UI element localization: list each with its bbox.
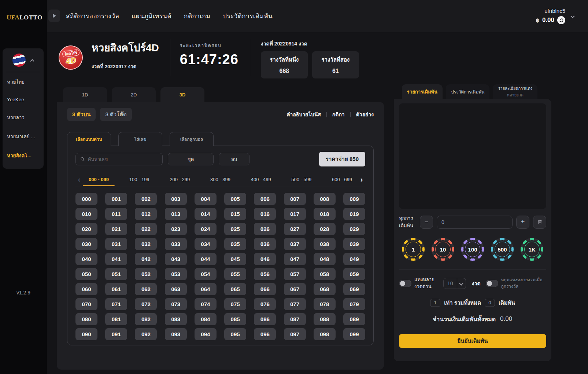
- number-cell[interactable]: 019: [343, 208, 365, 220]
- number-cell[interactable]: 081: [105, 313, 127, 325]
- number-cell[interactable]: 072: [135, 298, 157, 310]
- number-cell[interactable]: 040: [75, 253, 97, 265]
- number-cell[interactable]: 074: [195, 298, 217, 310]
- range-tab[interactable]: 400 - 499: [249, 173, 273, 186]
- number-cell[interactable]: 041: [105, 253, 127, 265]
- number-cell[interactable]: 032: [135, 238, 157, 250]
- stop-on-win-toggle[interactable]: [486, 280, 498, 287]
- number-cell[interactable]: 048: [314, 253, 336, 265]
- chip-1[interactable]: 1: [402, 238, 425, 261]
- number-cell[interactable]: 089: [343, 313, 365, 325]
- account-chevron-down-icon[interactable]: [570, 14, 574, 18]
- number-cell[interactable]: 084: [195, 313, 217, 325]
- sidebar-item-thai-lotto[interactable]: หวยไทย: [3, 72, 44, 91]
- number-cell[interactable]: 002: [135, 193, 157, 205]
- tab-3d[interactable]: 3D: [160, 87, 204, 102]
- number-cell[interactable]: 005: [224, 193, 246, 205]
- number-cell[interactable]: 095: [224, 328, 246, 340]
- number-cell[interactable]: 065: [224, 283, 246, 295]
- number-cell[interactable]: 036: [254, 238, 276, 250]
- number-cell[interactable]: 003: [165, 193, 187, 205]
- number-cell[interactable]: 078: [314, 298, 336, 310]
- chip-100[interactable]: 100: [461, 238, 484, 261]
- number-cell[interactable]: 031: [105, 238, 127, 250]
- number-cell[interactable]: 060: [75, 283, 97, 295]
- number-cell[interactable]: 029: [343, 223, 365, 235]
- range-tab[interactable]: 200 - 299: [167, 173, 192, 186]
- number-cell[interactable]: 062: [135, 283, 157, 295]
- number-cell[interactable]: 050: [75, 268, 97, 280]
- number-cell[interactable]: 099: [343, 328, 365, 340]
- number-cell[interactable]: 085: [224, 313, 246, 325]
- number-cell[interactable]: 021: [105, 223, 127, 235]
- search-number-input[interactable]: [88, 157, 158, 162]
- number-cell[interactable]: 061: [105, 283, 127, 295]
- number-cell[interactable]: 056: [254, 268, 276, 280]
- sidebar-item-singapore-lotto[interactable]: หวยสิงคโ...: [3, 146, 44, 165]
- number-cell[interactable]: 008: [314, 193, 336, 205]
- number-cell[interactable]: 058: [314, 268, 336, 280]
- number-cell[interactable]: 066: [254, 283, 276, 295]
- number-cell[interactable]: 067: [284, 283, 306, 295]
- chip-1k[interactable]: 1K: [521, 238, 543, 261]
- number-cell[interactable]: 045: [224, 253, 246, 265]
- number-cell[interactable]: 053: [165, 268, 187, 280]
- range-tab[interactable]: 500 - 599: [289, 173, 314, 186]
- sidebar-item-lao-lotto[interactable]: หวยลาว: [3, 108, 44, 127]
- number-cell[interactable]: 093: [165, 328, 187, 340]
- number-cell[interactable]: 001: [105, 193, 127, 205]
- number-cell[interactable]: 030: [75, 238, 97, 250]
- number-cell[interactable]: 033: [165, 238, 187, 250]
- bet-amount-input[interactable]: [437, 216, 513, 229]
- example-link[interactable]: ตัวอย่าง: [356, 110, 374, 118]
- number-cell[interactable]: 094: [195, 328, 217, 340]
- number-cell[interactable]: 057: [284, 268, 306, 280]
- tab-bet-history[interactable]: ประวัติการเดิมพัน: [446, 84, 489, 99]
- number-cell[interactable]: 087: [284, 313, 306, 325]
- number-cell[interactable]: 082: [135, 313, 157, 325]
- bet-type-3-tod[interactable]: 3 ตัวโต๊ด: [100, 108, 132, 121]
- number-cell[interactable]: 034: [195, 238, 217, 250]
- nav-game-rules[interactable]: กติกาเกม: [184, 11, 210, 21]
- number-cell[interactable]: 051: [105, 268, 127, 280]
- set-button[interactable]: ชุด: [168, 153, 214, 165]
- number-cell[interactable]: 047: [284, 253, 306, 265]
- number-cell[interactable]: 028: [314, 223, 336, 235]
- sidebar-collapse-button[interactable]: [48, 10, 60, 22]
- number-cell[interactable]: 064: [195, 283, 217, 295]
- number-cell[interactable]: 076: [254, 298, 276, 310]
- tab-bet-list[interactable]: รายการเดิมพัน: [402, 84, 443, 99]
- number-cell[interactable]: 079: [343, 298, 365, 310]
- country-selector[interactable]: [6, 54, 40, 72]
- number-cell[interactable]: 046: [254, 253, 276, 265]
- number-cell[interactable]: 068: [314, 283, 336, 295]
- range-tab[interactable]: 000 - 099: [86, 173, 111, 186]
- number-cell[interactable]: 014: [195, 208, 217, 220]
- search-field[interactable]: [75, 153, 163, 165]
- number-cell[interactable]: 035: [224, 238, 246, 250]
- round-count-select[interactable]: 10: [443, 278, 466, 289]
- number-cell[interactable]: 011: [105, 208, 127, 220]
- number-cell[interactable]: 043: [165, 253, 187, 265]
- number-cell[interactable]: 042: [135, 253, 157, 265]
- number-cell[interactable]: 006: [254, 193, 276, 205]
- tab-1d[interactable]: 1D: [63, 87, 107, 102]
- confirm-bet-button[interactable]: ยืนยันเดิมพัน: [399, 334, 546, 348]
- number-cell[interactable]: 023: [165, 223, 187, 235]
- sidebar-item-yeekee[interactable]: YeeKee: [3, 91, 44, 108]
- bonus-explanation-link[interactable]: คำอธิบายโบนัส: [286, 110, 321, 118]
- number-cell[interactable]: 054: [195, 268, 217, 280]
- number-cell[interactable]: 037: [284, 238, 306, 250]
- number-cell[interactable]: 071: [105, 298, 127, 310]
- number-cell[interactable]: 025: [224, 223, 246, 235]
- mode-tab-quick-pick[interactable]: เลือกแบบด่วน: [67, 132, 111, 146]
- chip-10[interactable]: 10: [432, 238, 454, 261]
- mode-tab-enter-number[interactable]: ใส่เลข: [118, 132, 162, 146]
- number-cell[interactable]: 004: [195, 193, 217, 205]
- range-tab[interactable]: 100 - 199: [127, 173, 152, 186]
- number-cell[interactable]: 075: [224, 298, 246, 310]
- number-cell[interactable]: 018: [314, 208, 336, 220]
- nav-trend-chart[interactable]: แผนภูมิเทรนด์: [132, 11, 171, 21]
- number-cell[interactable]: 049: [343, 253, 365, 265]
- number-cell[interactable]: 097: [284, 328, 306, 340]
